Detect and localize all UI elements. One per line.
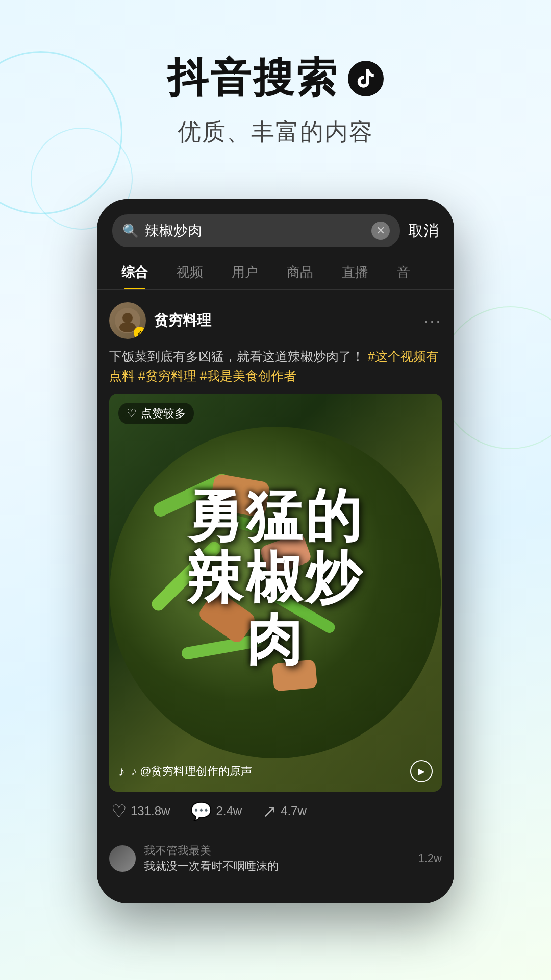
commenter-avatar bbox=[109, 845, 136, 872]
content-area: ✓ 贫穷料理 ··· 下饭菜到底有多凶猛，就看这道辣椒炒肉了！ #这个视频有点料… bbox=[97, 290, 454, 834]
post-header: ✓ 贫穷料理 ··· bbox=[109, 302, 442, 339]
comment-like-count: 1.2w bbox=[418, 852, 442, 865]
post-author: ✓ 贫穷料理 bbox=[109, 302, 211, 339]
search-bar-area: 🔍 辣椒炒肉 ✕ 取消 bbox=[97, 199, 454, 255]
search-query-text: 辣椒炒肉 bbox=[145, 221, 365, 240]
tiktok-logo-icon bbox=[348, 61, 384, 96]
phone-frame: 🔍 辣椒炒肉 ✕ 取消 综合 视频 用户 商品 直播 音 bbox=[97, 199, 454, 903]
interaction-bar: ♡ 131.8w 💬 2.4w ↗ 4.7w bbox=[109, 792, 442, 821]
more-options-icon[interactable]: ··· bbox=[423, 310, 442, 331]
sound-text: ♪ @贫穷料理创作的原声 bbox=[131, 764, 404, 779]
tab-音[interactable]: 音 bbox=[383, 255, 424, 289]
tab-直播[interactable]: 直播 bbox=[328, 255, 383, 289]
comment-texts: 我不管我最美 我就没一次看时不咽唾沫的 bbox=[144, 843, 410, 874]
comment-button[interactable]: 💬 2.4w bbox=[190, 801, 242, 821]
tab-用户[interactable]: 用户 bbox=[217, 255, 272, 289]
header-section: 抖音搜索 优质、丰富的内容 bbox=[0, 0, 551, 168]
svg-point-2 bbox=[119, 322, 136, 332]
search-clear-button[interactable]: ✕ bbox=[371, 222, 390, 240]
like-count: 131.8w bbox=[131, 804, 170, 818]
title-text: 抖音搜索 bbox=[167, 51, 339, 106]
tabs-row: 综合 视频 用户 商品 直播 音 bbox=[97, 255, 454, 290]
comment-count: 2.4w bbox=[216, 804, 242, 818]
share-button[interactable]: ↗ 4.7w bbox=[262, 801, 307, 821]
avatar: ✓ bbox=[109, 302, 146, 339]
author-name: 贫穷料理 bbox=[154, 311, 211, 330]
share-icon: ↗ bbox=[262, 801, 277, 821]
video-thumbnail[interactable]: ♡ 点赞较多 勇猛的 辣椒炒 肉 ♪ ♪ @贫穷料理创作的原声 bbox=[109, 394, 442, 792]
svg-point-1 bbox=[122, 313, 133, 323]
phone-wrapper: 🔍 辣椒炒肉 ✕ 取消 综合 视频 用户 商品 直播 音 bbox=[0, 199, 551, 903]
search-input-box[interactable]: 🔍 辣椒炒肉 ✕ bbox=[112, 214, 400, 247]
comment-icon: 💬 bbox=[190, 801, 212, 821]
hashtag-2[interactable]: #贫穷料理 bbox=[138, 369, 196, 383]
heart-icon: ♡ bbox=[111, 801, 127, 821]
comment-text: 我就没一次看时不咽唾沫的 bbox=[144, 859, 410, 874]
tab-综合[interactable]: 综合 bbox=[107, 255, 162, 289]
comment-preview: 我不管我最美 我就没一次看时不咽唾沫的 1.2w bbox=[97, 834, 454, 883]
post-description: 下饭菜到底有多凶猛，就看这道辣椒炒肉了！ #这个视频有点料 #贫穷料理 #我是美… bbox=[109, 347, 442, 385]
video-text-overlay: 勇猛的 辣椒炒 肉 bbox=[109, 394, 442, 761]
like-button[interactable]: ♡ 131.8w bbox=[111, 801, 170, 821]
share-count: 4.7w bbox=[281, 804, 307, 818]
hashtag-3[interactable]: #我是美食创作者 bbox=[200, 369, 296, 383]
cancel-button[interactable]: 取消 bbox=[408, 220, 439, 241]
video-calligraphy-line1: 勇猛的 bbox=[187, 485, 364, 547]
avatar-verified-badge: ✓ bbox=[134, 327, 146, 339]
video-calligraphy-line2: 辣椒炒 bbox=[187, 547, 364, 608]
commenter-name: 我不管我最美 bbox=[144, 843, 410, 859]
search-icon: 🔍 bbox=[122, 223, 139, 239]
sub-title: 优质、丰富的内容 bbox=[0, 116, 551, 148]
tab-视频[interactable]: 视频 bbox=[162, 255, 217, 289]
sound-bar: ♪ ♪ @贫穷料理创作的原声 ▶ bbox=[118, 760, 433, 782]
post-desc-text: 下饭菜到底有多凶猛，就看这道辣椒炒肉了！ bbox=[109, 349, 364, 363]
music-note-icon: ♪ bbox=[118, 764, 125, 779]
play-button[interactable]: ▶ bbox=[410, 760, 433, 782]
video-calligraphy-line3: 肉 bbox=[187, 608, 364, 670]
tiktok-icon-small: ♪ bbox=[131, 765, 137, 777]
tab-商品[interactable]: 商品 bbox=[272, 255, 328, 289]
app-title: 抖音搜索 bbox=[0, 51, 551, 106]
